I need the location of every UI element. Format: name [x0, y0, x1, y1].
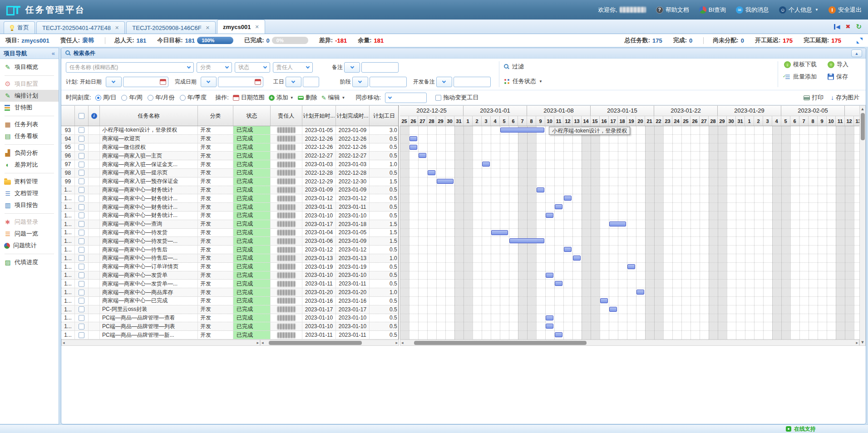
- gantt-bar[interactable]: [500, 128, 544, 133]
- workday-mode-select[interactable]: [286, 77, 301, 87]
- task-name-cell[interactable]: 商家端—欢迎页: [100, 135, 198, 143]
- row-checkbox[interactable]: [79, 153, 84, 159]
- table-hscrollbar-left[interactable]: ◂▸: [61, 340, 260, 346]
- task-name-cell[interactable]: 商家端—商家入驻—保证金支...: [100, 160, 198, 168]
- calendar-icon[interactable]: [160, 79, 166, 85]
- import-button[interactable]: 导入: [828, 60, 848, 69]
- task-name-cell[interactable]: 商家端—商家中心—已完成: [100, 297, 198, 305]
- task-name-cell[interactable]: 商家端—商家中心—待发货: [100, 229, 198, 237]
- row-checkbox[interactable]: [79, 247, 84, 253]
- task-name-cell[interactable]: 商家端—微信授权: [100, 143, 198, 152]
- task-name-cell[interactable]: 商家端—商家中心—财务统计...: [100, 194, 198, 202]
- sync-move-select[interactable]: [385, 93, 427, 103]
- radio-icon[interactable]: [121, 95, 127, 101]
- task-name-cell[interactable]: 商家端—商家中心—订单详情页: [100, 263, 198, 271]
- task-name-cell[interactable]: 商家端—商家入驻—提示页: [100, 169, 198, 177]
- drag-change-checkbox-group[interactable]: 拖动变更工日: [435, 93, 478, 102]
- tab-TECJT-20250908-146C6F[interactable]: TECJT-20250908-146C6F✕: [126, 21, 216, 34]
- sidebar-item-编排计划[interactable]: 编排计划: [0, 90, 59, 102]
- task-name-cell[interactable]: 商家端—商家中心—待售后: [100, 246, 198, 254]
- expand-icon[interactable]: [857, 38, 863, 44]
- category-select[interactable]: 分类: [197, 62, 232, 73]
- stage-input[interactable]: [370, 77, 407, 87]
- tab-TECJT-20250401-477E48[interactable]: TECJT-20250401-477E48✕: [36, 21, 125, 34]
- task-name-cell[interactable]: 商家端—商家中心—发货单: [100, 271, 198, 280]
- radio-icon[interactable]: [148, 95, 153, 101]
- calendar-icon[interactable]: [255, 79, 261, 85]
- task-name-cell[interactable]: 商家端—商家中心—商品库存: [100, 288, 198, 296]
- tab-close-icon[interactable]: ✕: [115, 25, 119, 31]
- task-name-cell[interactable]: 商家端—商家入驻—主页: [100, 152, 198, 160]
- remark-mode-select[interactable]: [344, 62, 360, 73]
- sidebar-item-负荷分析[interactable]: 负荷分析: [0, 147, 59, 159]
- gantt-bar[interactable]: [564, 247, 572, 252]
- sidebar-item-甘特图[interactable]: 甘特图: [0, 102, 59, 113]
- gantt-bar[interactable]: [609, 221, 626, 226]
- delete-button[interactable]: 删除: [298, 93, 317, 102]
- gantt-bar[interactable]: [555, 204, 562, 209]
- gantt-bar[interactable]: [546, 213, 553, 218]
- task-name-cell[interactable]: 商家端—商家中心—待售后—...: [100, 254, 198, 262]
- gantt-bar[interactable]: [428, 170, 435, 175]
- workday-input[interactable]: [303, 77, 319, 87]
- sidebar-item-问题一览[interactable]: 问题一览: [0, 228, 59, 240]
- task-name-cell[interactable]: 商家端—商家中心—财务统计: [100, 186, 198, 194]
- collapse-left-icon[interactable]: [834, 24, 840, 30]
- row-checkbox[interactable]: [79, 272, 84, 278]
- task-name-cell[interactable]: 商家端—商家中心—发货单—...: [100, 280, 198, 288]
- gantt-bar[interactable]: [609, 307, 617, 312]
- task-name-cell[interactable]: PC-阿里云oss封装: [100, 305, 198, 314]
- date-range-button[interactable]: 日期范围: [233, 93, 265, 102]
- row-checkbox[interactable]: [79, 315, 84, 321]
- print-button[interactable]: 打印: [804, 93, 824, 102]
- task-name-cell[interactable]: PC端—商品—品牌管理—列表: [100, 322, 198, 330]
- task-status-button[interactable]: 任务状态 ▼: [504, 77, 542, 85]
- dev-remark-mode-select[interactable]: [436, 77, 452, 87]
- edit-button[interactable]: 编辑▼: [321, 93, 345, 102]
- gantt-bar[interactable]: [509, 238, 544, 243]
- gantt-bar[interactable]: [555, 332, 562, 337]
- radio-icon[interactable]: [95, 95, 101, 101]
- row-checkbox[interactable]: [79, 221, 84, 227]
- gantt-bar[interactable]: [546, 324, 553, 329]
- header-menu-bi-query[interactable]: BI查询: [699, 6, 726, 14]
- row-checkbox[interactable]: [79, 324, 84, 330]
- gantt-bar[interactable]: [409, 145, 417, 150]
- plan-start-input[interactable]: [123, 77, 168, 87]
- online-support-link[interactable]: 在线支持: [794, 425, 816, 433]
- task-name-cell[interactable]: PC端—商品—品牌管理—新...: [100, 331, 198, 339]
- tab-zmycs001[interactable]: zmycs001✕: [217, 20, 265, 34]
- sidebar-item-差异对比[interactable]: 差异对比: [0, 159, 59, 171]
- task-name-cell[interactable]: PC端—商品—品牌管理—查看: [100, 314, 198, 322]
- gantt-hscrollbar[interactable]: ◂▸: [400, 340, 859, 346]
- gantt-bar[interactable]: [555, 281, 562, 286]
- row-checkbox[interactable]: [79, 255, 84, 261]
- row-checkbox[interactable]: [79, 281, 84, 287]
- sidebar-item-项目报告[interactable]: 项目报告: [0, 199, 59, 211]
- gantt-bar[interactable]: [627, 264, 635, 269]
- dev-remark-input[interactable]: [454, 77, 491, 87]
- sidebar-item-问题统计[interactable]: 问题统计: [0, 240, 59, 251]
- save-button[interactable]: 保存: [828, 73, 848, 81]
- task-name-cell[interactable]: 商家端—商家中心—财务统计...: [100, 212, 198, 220]
- gantt-vscrollbar[interactable]: ▲▼: [859, 105, 866, 346]
- row-checkbox[interactable]: [79, 187, 84, 193]
- gantt-bar[interactable]: [482, 162, 490, 167]
- gantt-bar[interactable]: [546, 315, 553, 320]
- filter-button[interactable]: 过滤: [504, 63, 524, 71]
- tab-首页[interactable]: 首页: [4, 21, 35, 34]
- gantt-bar[interactable]: [537, 187, 544, 192]
- gantt-bar[interactable]: [564, 196, 572, 201]
- checkbox-icon[interactable]: [435, 95, 441, 101]
- row-checkbox[interactable]: [79, 196, 84, 202]
- task-name-cell[interactable]: 商家端—商家中心—待发货—...: [100, 237, 198, 245]
- table-hscrollbar-right[interactable]: ◂▸: [260, 340, 399, 346]
- gantt-bar[interactable]: [409, 136, 417, 141]
- row-checkbox[interactable]: [79, 290, 84, 295]
- tab-close-icon[interactable]: ✕: [206, 25, 210, 31]
- row-checkbox[interactable]: [79, 298, 84, 304]
- header-menu-profile[interactable]: 个人信息▼: [779, 6, 819, 14]
- sidebar-item-任务列表[interactable]: 任务列表: [0, 118, 59, 130]
- select-all-checkbox[interactable]: [79, 113, 84, 119]
- template-download-button[interactable]: 模板下载: [784, 60, 817, 69]
